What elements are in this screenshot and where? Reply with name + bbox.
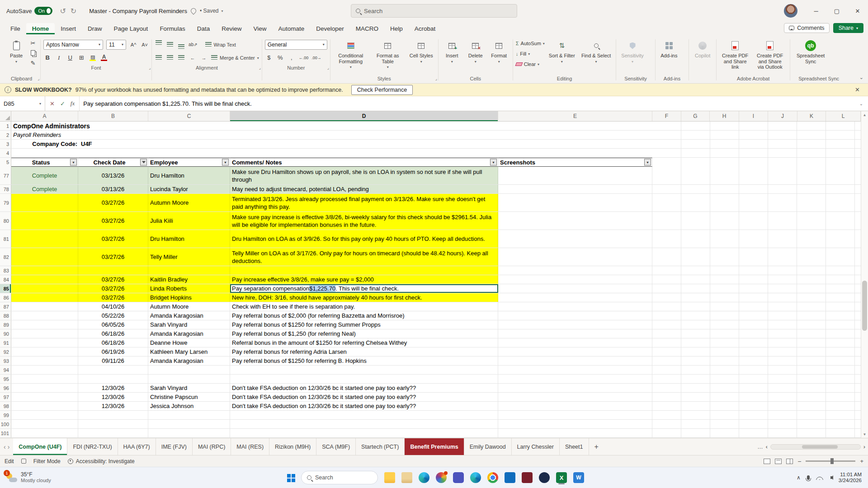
ribbon-tab-macro[interactable]: MACRO <box>350 23 384 34</box>
ribbon-tab-automate[interactable]: Automate <box>272 23 310 34</box>
cell-notes-82[interactable]: Telly Miller on LOA as of 3/17/26. Only … <box>230 248 498 266</box>
cell-employee-98[interactable]: Jessica Johnson <box>148 402 230 410</box>
cell-notes-85[interactable]: Pay separation compensation $1,225.70. T… <box>230 284 498 293</box>
row-number-94[interactable]: 94 <box>0 366 11 374</box>
cell-status-99[interactable] <box>11 411 78 419</box>
row-number-93[interactable]: 93 <box>0 357 11 365</box>
cell-date-80[interactable]: 03/27/26 <box>78 212 148 230</box>
row-number-90[interactable]: 90 <box>0 329 11 338</box>
format-cells-button[interactable]: Format ▾ <box>488 38 510 73</box>
scroll-down-icon[interactable]: ▼ <box>861 431 868 438</box>
row-number-101[interactable]: 101 <box>0 429 11 437</box>
cell-screenshots-86[interactable] <box>498 293 652 302</box>
row-number-95[interactable]: 95 <box>0 375 11 383</box>
document-title[interactable]: Master - Company Payroll Reminders <box>89 8 187 14</box>
cell-date-83[interactable] <box>78 266 148 275</box>
cell-notes-86[interactable]: New hire, DOH: 3/16, should have approxm… <box>230 293 498 302</box>
clear-button[interactable]: Clear▾ <box>516 60 545 69</box>
cell-status-78[interactable]: Complete <box>11 185 78 193</box>
minimize-button[interactable]: ─ <box>806 0 826 22</box>
autosave-pill[interactable]: On <box>34 7 52 15</box>
cell-employee-84[interactable]: Kaitlin Bradley <box>148 275 230 284</box>
fill-button[interactable]: ↓Fill▾ <box>516 49 545 58</box>
ribbon-tab-data[interactable]: Data <box>191 23 216 34</box>
delete-cells-button[interactable]: Delete ▾ <box>465 38 486 73</box>
cell-screenshots-87[interactable] <box>498 302 652 311</box>
column-header-H[interactable]: H <box>710 111 739 121</box>
cell-screenshots-80[interactable] <box>498 212 652 230</box>
cell-date-88[interactable]: 05/22/26 <box>78 311 148 320</box>
cell-status-91[interactable] <box>11 338 78 347</box>
start-button[interactable] <box>282 470 297 485</box>
cell-date-92[interactable]: 06/19/26 <box>78 347 148 356</box>
cell-notes-100[interactable] <box>230 420 498 428</box>
copilot-button[interactable]: Copilot <box>692 38 713 73</box>
row-number-78[interactable]: 78 <box>0 185 11 193</box>
cell-date-82[interactable]: 03/27/26 <box>78 248 148 266</box>
taskbar-app-maroon[interactable] <box>520 470 534 485</box>
formula-input[interactable]: Pay separation compensation $1,225.70. T… <box>80 96 854 111</box>
dialog-launcher-icon[interactable]: ⌟ <box>327 66 329 70</box>
row-number-91[interactable]: 91 <box>0 338 11 347</box>
sheet-tab-rizikon-m9h[interactable]: Rizikon (M9H) <box>269 438 316 455</box>
column-header-K[interactable]: K <box>797 111 826 121</box>
cell-screenshots-94[interactable] <box>498 366 652 374</box>
comma-button[interactable]: , <box>288 53 296 62</box>
addins-button[interactable]: Add-ins <box>658 38 680 73</box>
fill-color-button[interactable]: ▨ <box>89 53 97 62</box>
taskbar-clock[interactable]: 11:01 AM 3/24/2026 <box>839 472 862 483</box>
cell-employee-91[interactable]: Deanne Howe <box>148 338 230 347</box>
undo-icon[interactable]: ↺ <box>60 7 66 15</box>
row-number-2[interactable]: 2 <box>0 131 11 139</box>
paste-button[interactable]: Paste ▾ <box>5 38 27 73</box>
row-number-79[interactable]: 79 <box>0 194 11 211</box>
volume-icon[interactable] <box>829 475 833 480</box>
save-status[interactable]: • Saved ▾ <box>200 8 223 14</box>
cell-status-94[interactable] <box>11 366 78 374</box>
cell-screenshots-84[interactable] <box>498 275 652 284</box>
align-center-button[interactable] <box>166 53 174 62</box>
close-warning-icon[interactable]: ✕ <box>851 86 863 93</box>
cell-employee-97[interactable]: Christine Papscun <box>148 393 230 401</box>
user-avatar[interactable] <box>784 4 797 18</box>
cell-screenshots-93[interactable] <box>498 357 652 365</box>
cell-date-91[interactable]: 06/18/26 <box>78 338 148 347</box>
cell-employee-86[interactable]: Bridget Hopkins <box>148 293 230 302</box>
comments-button[interactable]: Comments <box>784 23 829 33</box>
insert-function-icon[interactable]: fx <box>71 100 75 107</box>
scrollbar-thumb[interactable] <box>862 281 867 331</box>
cell-status-84[interactable] <box>11 275 78 284</box>
cell-status-85[interactable] <box>11 284 78 293</box>
cell-status-88[interactable] <box>11 311 78 320</box>
autosave-toggle[interactable]: AutoSave On <box>6 7 52 15</box>
cell-notes-96[interactable]: Don't take FSA deduction on 12/30/26 bc … <box>230 384 498 392</box>
cell-employee-101[interactable] <box>148 429 230 437</box>
sheet-tab-haa-6y7[interactable]: HAA (6Y7) <box>118 438 156 455</box>
filter-button-employee[interactable]: ▼ <box>222 159 229 166</box>
new-sheet-button[interactable]: + <box>589 438 604 455</box>
table-header-employee[interactable]: Employee▼ <box>148 158 230 167</box>
italic-button[interactable]: I <box>55 53 63 62</box>
ribbon-tab-draw[interactable]: Draw <box>82 23 108 34</box>
row-number-77[interactable]: 77 <box>0 167 11 184</box>
taskbar-app-skype[interactable] <box>468 470 483 485</box>
column-header-A[interactable]: A <box>11 111 78 121</box>
taskbar-app-excel[interactable] <box>554 470 569 485</box>
cell-notes-98[interactable]: Don't take FSA deduction on 12/30/26 bc … <box>230 402 498 410</box>
sheet-nav-right-icon[interactable]: › <box>8 443 10 450</box>
taskbar-app-word[interactable] <box>571 470 586 485</box>
cell-screenshots-90[interactable] <box>498 329 652 338</box>
cell-date-101[interactable] <box>78 429 148 437</box>
dialog-launcher-icon[interactable]: ⌟ <box>38 76 39 81</box>
cell-status-97[interactable] <box>11 393 78 401</box>
cell-notes-88[interactable]: Pay referral bonus of $2,000 (for referr… <box>230 311 498 320</box>
cell-employee-80[interactable]: Julia Kiili <box>148 212 230 230</box>
row-number-100[interactable]: 100 <box>0 420 11 428</box>
decrease-decimal-button[interactable]: .00→ <box>311 53 321 62</box>
format-as-table-button[interactable]: Format as Table ▾ <box>370 38 406 73</box>
cell-date-86[interactable]: 03/27/26 <box>78 293 148 302</box>
cell-status-89[interactable] <box>11 320 78 329</box>
cell-screenshots-100[interactable] <box>498 420 652 428</box>
cell-screenshots-95[interactable] <box>498 375 652 383</box>
cell-screenshots-88[interactable] <box>498 311 652 320</box>
